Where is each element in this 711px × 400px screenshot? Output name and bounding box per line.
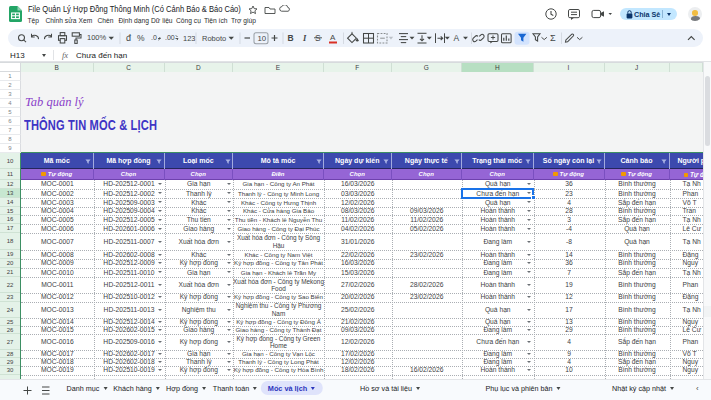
svg-text:A: A (454, 33, 460, 43)
svg-text:đ: đ (126, 33, 131, 43)
svg-text:100%: 100% (87, 33, 107, 42)
svg-text:%: % (137, 33, 145, 43)
svg-text:A: A (330, 33, 336, 42)
svg-text:B: B (288, 33, 294, 43)
svg-text:I: I (302, 33, 307, 43)
svg-text:.00: .00 (165, 33, 175, 40)
svg-text:Roboto: Roboto (202, 33, 226, 42)
svg-text:123: 123 (183, 34, 196, 43)
svg-text:10: 10 (258, 34, 267, 43)
svg-text:.0: .0 (151, 33, 157, 40)
svg-text:Σ: Σ (550, 33, 556, 43)
